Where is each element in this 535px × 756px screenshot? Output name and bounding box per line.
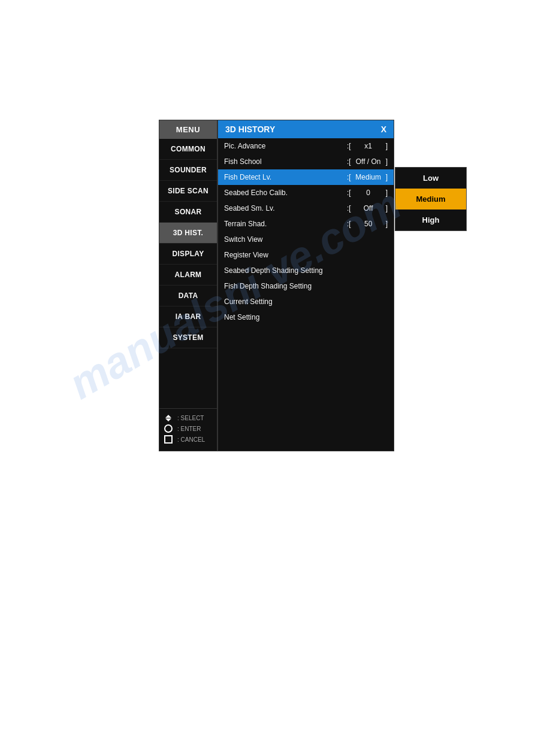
main-panel: 3D HISTORY X Pic. Advance :[ x1 ] Fish S… xyxy=(217,120,394,451)
row-seabed-sm-label: Seabed Sm. Lv. xyxy=(224,204,347,212)
sidebar-item-system[interactable]: SYSTEM xyxy=(159,327,217,348)
sidebar-item-sounder[interactable]: SOUNDER xyxy=(159,160,217,181)
row-terrain-shad-value: 50 xyxy=(353,220,383,228)
row-fish-detect-value: Medium xyxy=(353,173,383,181)
link-current-setting[interactable]: Current Setting xyxy=(218,294,394,309)
link-fish-depth-shading[interactable]: Fish Depth Shading Setting xyxy=(218,278,394,294)
dropdown-option-high[interactable]: High xyxy=(395,210,466,230)
sidebar-item-common[interactable]: COMMON xyxy=(159,139,217,160)
row-fish-school-label: Fish School xyxy=(224,157,347,166)
sidebar-item-alarm[interactable]: ALARM xyxy=(159,265,217,286)
square-icon xyxy=(163,435,174,444)
footer-select-row: : SELECT xyxy=(163,414,213,422)
sidebar-item-3d-hist[interactable]: 3D HIST. xyxy=(159,223,217,244)
sidebar-item-ia-bar[interactable]: IA BAR xyxy=(159,306,217,327)
row-fish-detect-label: Fish Detect Lv. xyxy=(224,173,347,181)
panel-header: 3D HISTORY X xyxy=(218,120,394,138)
row-seabed-echo-label: Seabed Echo Calib. xyxy=(224,189,347,197)
footer-enter-row: : ENTER xyxy=(163,424,213,433)
row-pic-advance-value: x1 xyxy=(353,142,383,150)
link-switch-view[interactable]: Switch View xyxy=(218,232,394,247)
sidebar-header: MENU xyxy=(159,120,217,139)
sidebar-footer: : SELECT : ENTER : CANCEL xyxy=(159,408,217,451)
sidebar: MENU COMMON SOUNDER SIDE SCAN SONAR 3D H… xyxy=(159,120,217,451)
enter-label: : ENTER xyxy=(177,426,201,432)
select-label: : SELECT xyxy=(177,415,204,421)
link-net-setting[interactable]: Net Setting xyxy=(218,309,394,325)
row-seabed-echo-value: 0 xyxy=(353,189,383,197)
row-terrain-shad-label: Terrain Shad. xyxy=(224,220,347,228)
panel-title: 3D HISTORY xyxy=(225,125,275,134)
row-pic-advance: Pic. Advance :[ x1 ] xyxy=(218,138,394,154)
row-fish-school: Fish School :[ Off / On ] xyxy=(218,154,394,169)
sidebar-item-data[interactable]: DATA xyxy=(159,286,217,306)
row-pic-advance-label: Pic. Advance xyxy=(224,142,347,150)
link-register-view[interactable]: Register View xyxy=(218,247,394,263)
link-seabed-depth-shading[interactable]: Seabed Depth Shading Setting xyxy=(218,263,394,278)
row-seabed-echo: Seabed Echo Calib. :[ 0 ] xyxy=(218,185,394,201)
panel-close-button[interactable]: X xyxy=(381,125,386,134)
ui-container: MENU COMMON SOUNDER SIDE SCAN SONAR 3D H… xyxy=(159,120,394,451)
arrows-icon xyxy=(163,414,174,422)
footer-cancel-row: : CANCEL xyxy=(163,435,213,444)
row-fish-detect[interactable]: Fish Detect Lv. :[ Medium ] xyxy=(218,169,394,185)
row-terrain-shad: Terrain Shad. :[ 50 ] xyxy=(218,216,394,232)
circle-icon xyxy=(163,424,174,433)
row-seabed-sm-value: Off xyxy=(353,204,383,212)
sidebar-item-display[interactable]: DISPLAY xyxy=(159,244,217,265)
sidebar-item-sonar[interactable]: SONAR xyxy=(159,202,217,223)
row-seabed-sm: Seabed Sm. Lv. :[ Off ] xyxy=(218,201,394,216)
row-fish-school-value: Off / On xyxy=(353,157,383,166)
cancel-label: : CANCEL xyxy=(177,436,205,443)
dropdown-option-medium[interactable]: Medium xyxy=(395,189,466,210)
sidebar-item-side-scan[interactable]: SIDE SCAN xyxy=(159,181,217,202)
dropdown-popup: Low Medium High xyxy=(395,167,467,231)
dropdown-option-low[interactable]: Low xyxy=(395,168,466,189)
